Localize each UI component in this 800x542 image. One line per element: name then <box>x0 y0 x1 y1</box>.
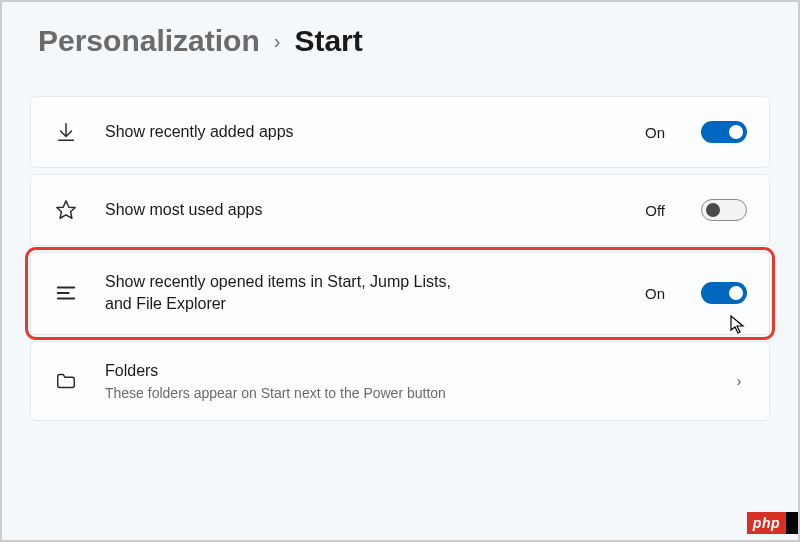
watermark: php <box>747 512 786 534</box>
toggle-state-label: On <box>645 124 665 141</box>
setting-subtitle: These folders appear on Start next to th… <box>105 384 705 402</box>
setting-title: Show most used apps <box>105 199 619 221</box>
svg-marker-0 <box>57 201 75 218</box>
setting-label: Folders These folders appear on Start ne… <box>105 360 705 403</box>
setting-label: Show most used apps <box>105 199 619 221</box>
list-icon <box>53 280 79 306</box>
setting-label: Show recently added apps <box>105 121 619 143</box>
setting-title: Folders <box>105 360 705 382</box>
setting-label: Show recently opened items in Start, Jum… <box>105 271 619 316</box>
toggle-state-label: On <box>645 285 665 302</box>
breadcrumb-current: Start <box>294 24 362 58</box>
chevron-right-icon: › <box>274 30 281 53</box>
breadcrumb-parent[interactable]: Personalization <box>38 24 260 58</box>
folder-icon <box>53 368 79 394</box>
cursor-icon <box>729 314 747 336</box>
setting-row-folders[interactable]: Folders These folders appear on Start ne… <box>30 341 770 422</box>
setting-row-most-used-apps: Show most used apps Off <box>30 174 770 246</box>
toggle-recently-opened-items[interactable] <box>701 282 747 304</box>
setting-title: Show recently opened items in Start, Jum… <box>105 271 465 316</box>
toggle-most-used-apps[interactable] <box>701 199 747 221</box>
chevron-right-icon: › <box>731 373 747 389</box>
download-icon <box>53 119 79 145</box>
toggle-recently-added-apps[interactable] <box>701 121 747 143</box>
star-icon <box>53 197 79 223</box>
setting-title: Show recently added apps <box>105 121 619 143</box>
setting-row-recently-added-apps: Show recently added apps On <box>30 96 770 168</box>
breadcrumb: Personalization › Start <box>30 24 770 58</box>
toggle-state-label: Off <box>645 202 665 219</box>
setting-row-recently-opened-items: Show recently opened items in Start, Jum… <box>30 252 770 335</box>
